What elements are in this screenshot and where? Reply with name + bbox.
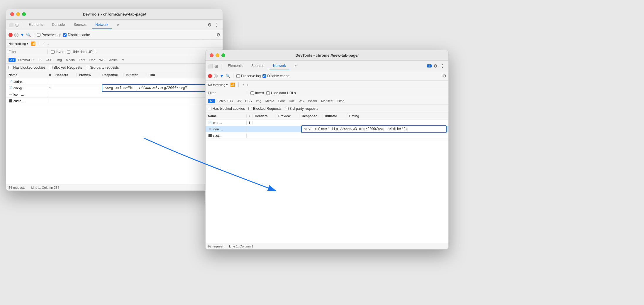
layout-icon-2[interactable]: ⊞: [215, 64, 218, 68]
checkbox-row-2: Has blocked cookies Blocked Requests 3rd…: [206, 105, 448, 112]
stop-button-1[interactable]: ⊘: [14, 33, 18, 37]
row-name-1-2: icon_...: [13, 93, 24, 96]
upload-icon-1: ↑: [43, 41, 45, 46]
col-header-name-1: Name: [6, 73, 47, 77]
type-all-1[interactable]: All: [9, 58, 16, 62]
titlebar-2: DevTools - chrome://new-tab-page/: [206, 50, 448, 61]
table-row-1-1[interactable]: 📄 one-g... 1 <svg xmlns="http://www.w3.o…: [6, 85, 223, 91]
chevron-icon-1: ▾: [27, 42, 28, 46]
devtools-window-1: DevTools - chrome://new-tab-page/ ⬜ ⊞ El…: [6, 9, 223, 191]
hide-data-urls-checkbox-2[interactable]: [266, 91, 270, 95]
tab-sources-1[interactable]: Sources: [70, 21, 90, 29]
row-name-2-1: icon...: [213, 127, 221, 131]
tab-elements-1[interactable]: Elements: [25, 21, 47, 29]
type-css-1[interactable]: CSS: [44, 58, 54, 62]
status-bar-1: 54 requests Line 1, Column 264: [6, 184, 223, 191]
close-button-2[interactable]: [210, 53, 213, 57]
row-icon-2-2: ⬛: [208, 134, 212, 138]
type-img-1[interactable]: Img: [55, 58, 64, 62]
type-media-1[interactable]: Media: [64, 58, 77, 62]
type-all-2[interactable]: All: [208, 99, 215, 103]
type-js-1[interactable]: JS: [36, 58, 43, 62]
settings-button-1[interactable]: ⚙: [208, 22, 211, 28]
type-fetch-1[interactable]: Fetch/XHR: [16, 58, 35, 62]
type-other-2[interactable]: Othe: [335, 99, 346, 103]
invert-label-1: Invert: [51, 50, 65, 54]
throttle-select-2[interactable]: No throttling ▾: [208, 83, 228, 87]
type-font-1[interactable]: Font: [77, 58, 87, 62]
hide-data-urls-checkbox-1[interactable]: [67, 50, 70, 54]
tab-sources-2[interactable]: Sources: [248, 62, 268, 70]
traffic-lights-2: [210, 53, 225, 57]
minimize-button-2[interactable]: [216, 53, 219, 57]
preserve-log-checkbox-1[interactable]: [37, 33, 40, 37]
hide-data-urls-label-2: Hide data URLs: [266, 91, 296, 95]
blocked-cookies-checkbox-2[interactable]: [208, 107, 211, 110]
type-img-2[interactable]: Img: [254, 99, 263, 103]
cursor-icon-2[interactable]: ⬜: [208, 64, 213, 68]
invert-checkbox-1[interactable]: [51, 50, 55, 54]
tab-more-1[interactable]: »: [113, 21, 123, 29]
network-controls-2: ⊘ ▼ 🔍 Preserve log Disable cache ⚙: [206, 71, 448, 81]
type-doc-2[interactable]: Doc: [287, 99, 296, 103]
row-name-1-0: andro...: [13, 80, 24, 83]
layout-icon[interactable]: ⊞: [15, 23, 19, 27]
preserve-log-checkbox-2[interactable]: [236, 74, 240, 78]
col-header-x-1: ×: [47, 73, 53, 77]
more-button-2[interactable]: ⋮: [439, 63, 446, 69]
type-media-2[interactable]: Media: [264, 99, 276, 103]
more-button-1[interactable]: ⋮: [213, 22, 220, 28]
type-manifest-2[interactable]: Manifest: [319, 99, 335, 103]
filter-input-1[interactable]: [9, 50, 44, 54]
tab-elements-2[interactable]: Elements: [224, 62, 246, 70]
blocked-cookies-checkbox-1[interactable]: [9, 66, 12, 69]
table-row-2-1[interactable]: ✏ icon... <svg xmlns="http://www.w3.org/…: [206, 126, 448, 132]
type-ws-1[interactable]: WS: [97, 58, 106, 62]
type-m-1[interactable]: M: [120, 58, 126, 62]
tab-network-1[interactable]: Network: [92, 21, 112, 29]
type-fetch-2[interactable]: Fetch/XHR: [216, 99, 235, 103]
blocked-requests-checkbox-2[interactable]: [248, 107, 252, 110]
record-button-1[interactable]: [9, 33, 13, 37]
record-button-2[interactable]: [208, 74, 212, 78]
col-header-initiator-1: Initiator: [123, 73, 147, 77]
table-row-1-3[interactable]: ⬛ custo...: [6, 98, 223, 104]
third-party-checkbox-1[interactable]: [86, 66, 89, 69]
col-header-preview-2: Preview: [276, 114, 299, 118]
type-wasm-1[interactable]: Wasm: [107, 58, 119, 62]
cursor-icon[interactable]: ⬜: [9, 23, 13, 27]
disable-cache-checkbox-2[interactable]: [262, 74, 266, 78]
maximize-button-1[interactable]: [22, 12, 26, 16]
minimize-button-1[interactable]: [16, 12, 20, 16]
settings-button-2[interactable]: ⚙: [433, 63, 437, 69]
blocked-requests-checkbox-1[interactable]: [49, 66, 52, 69]
tab-console-1[interactable]: Console: [48, 21, 68, 29]
filter-input-2[interactable]: [208, 91, 243, 95]
table-header-1: Name × Headers Preview Response Initiato…: [6, 71, 223, 78]
network-table-2: 📄 one-... 1 ✏ icon...: [206, 119, 448, 243]
disable-cache-checkbox-1[interactable]: [63, 33, 67, 37]
type-font-2[interactable]: Font: [277, 99, 287, 103]
throttle-select-1[interactable]: No throttling ▾: [9, 42, 28, 46]
type-doc-1[interactable]: Doc: [88, 58, 97, 62]
stop-button-2[interactable]: ⊘: [214, 74, 218, 78]
type-js-2[interactable]: JS: [235, 99, 243, 103]
network-gear-button-2[interactable]: ⚙: [442, 73, 446, 79]
filter-icon-2[interactable]: ▼: [220, 74, 224, 78]
network-gear-button-1[interactable]: ⚙: [216, 32, 220, 38]
tab-more-2[interactable]: »: [291, 62, 300, 70]
third-party-checkbox-2[interactable]: [285, 107, 289, 110]
invert-checkbox-2[interactable]: [250, 91, 254, 95]
col-header-preview-1: Preview: [77, 73, 100, 77]
col-header-timing-2: Timing: [346, 114, 448, 118]
col-header-response-1: Response: [100, 73, 123, 77]
search-icon-1[interactable]: 🔍: [26, 33, 31, 37]
type-ws-2[interactable]: WS: [297, 99, 306, 103]
filter-icon-1[interactable]: ▼: [20, 33, 24, 37]
maximize-button-2[interactable]: [221, 53, 225, 57]
type-wasm-2[interactable]: Wasm: [306, 99, 319, 103]
tab-network-2[interactable]: Network: [270, 62, 289, 70]
type-css-2[interactable]: CSS: [243, 99, 254, 103]
search-icon-2[interactable]: 🔍: [226, 74, 230, 78]
close-button-1[interactable]: [10, 12, 14, 16]
